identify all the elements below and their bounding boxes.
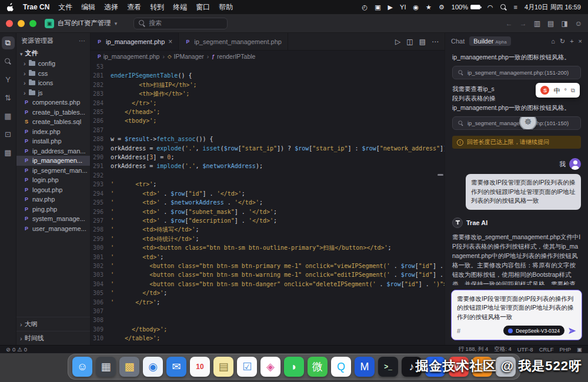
close-panel-icon[interactable]: × [579, 38, 582, 45]
menubar-app-name[interactable]: Trae CN [23, 3, 49, 11]
tree-folder[interactable]: icons [16, 78, 90, 88]
close-tab-icon[interactable]: × [168, 38, 172, 46]
problems-indicator[interactable]: ⊘0 ⚠0 [6, 346, 27, 353]
dock-wechat[interactable]: 微 [308, 357, 328, 377]
tree-file[interactable]: Pcomponents.php [16, 98, 90, 108]
tree-file[interactable]: Pinstall.php [16, 136, 90, 146]
translate-popup[interactable]: S 中 ° ⧉ [536, 83, 580, 98]
zoom-window-button[interactable] [29, 20, 36, 27]
account-icon[interactable]: ☺ [575, 19, 582, 28]
tree-file[interactable]: Plogin.php [16, 175, 90, 185]
wifi-icon[interactable]: ◠ [487, 4, 493, 11]
layout-icon[interactable]: ▣ [577, 346, 582, 353]
tree-file[interactable]: Puser_manageme... [16, 224, 90, 234]
copy-icon[interactable]: ⧉ [571, 86, 575, 95]
more-actions-icon[interactable]: ⋯ [432, 38, 439, 46]
tree-folder[interactable]: config [16, 59, 90, 69]
dock-messages[interactable]: ◗ [284, 357, 304, 377]
translate-logo-icon[interactable]: S [540, 86, 549, 95]
remote-icon[interactable]: ⇅ [2, 91, 15, 104]
dock-qq[interactable]: Q [331, 357, 351, 377]
breadcrumb-item[interactable]: Pip_management.php [98, 53, 159, 60]
dock-mail[interactable]: ✉ [166, 357, 186, 377]
toggle-panel-icon[interactable]: ▤ [419, 38, 426, 46]
context-hash-button[interactable]: # [457, 327, 460, 334]
send-button[interactable] [568, 327, 576, 335]
indent-setting[interactable]: 空格: 4 [494, 346, 512, 353]
tree-file[interactable]: Pip_segment_man... [16, 166, 90, 176]
degree-icon[interactable]: ° [564, 86, 566, 95]
dock-reminders[interactable]: ☑ [237, 357, 257, 377]
tab-builder[interactable]: BuilderAlpha [469, 36, 510, 46]
menubar-extra-icon[interactable]: YI [400, 4, 406, 11]
dock-finder[interactable]: ☺ [72, 357, 92, 377]
split-editor-icon[interactable]: ◫ [406, 38, 413, 46]
dock-terminal[interactable]: >_ [378, 357, 398, 377]
encoding[interactable]: UTF-8 [517, 346, 533, 353]
menubar-extra-icon[interactable]: ◴ [362, 4, 368, 11]
source-control-icon[interactable]: Y [2, 73, 15, 86]
menubar-extra-icon[interactable]: ▶ [388, 4, 393, 11]
chat-history[interactable]: ip_management.php一致的图标按钮风格。 ip_segment_m… [445, 49, 588, 285]
spotlight-icon[interactable] [500, 4, 507, 11]
menubar-menu-item[interactable]: 帮助 [219, 2, 233, 12]
global-search-box[interactable]: 搜索 [133, 18, 228, 29]
model-selector[interactable]: DeepSeek-V3-0324 [503, 326, 564, 336]
menubar-menu-item[interactable]: 编辑 [81, 2, 95, 12]
close-window-button[interactable] [6, 20, 13, 27]
language-button[interactable]: 中 [553, 86, 560, 95]
timeline-section-header[interactable]: 时间线 [16, 331, 90, 345]
menubar-clock[interactable]: 4月10日 周四 16:59 [524, 3, 581, 12]
tree-folder[interactable]: css [16, 69, 90, 79]
minimize-window-button[interactable] [18, 20, 25, 27]
layout-panel-icon[interactable]: ▤ [547, 19, 554, 28]
workspace-switcher[interactable]: ▣ 自写的IT资产管理 ▾ [45, 19, 117, 28]
editor-tab[interactable]: Pip_segment_management.php [179, 33, 288, 50]
tree-file[interactable]: Pnav.php [16, 195, 90, 205]
home-icon[interactable]: ⌂ [551, 38, 555, 45]
tree-file[interactable]: Screate_tables.sql [16, 117, 90, 127]
menubar-menu-item[interactable]: 窗口 [196, 2, 210, 12]
language-mode[interactable]: PHP [559, 346, 571, 353]
new-chat-icon[interactable]: + [570, 38, 573, 45]
dock-notes[interactable]: ▤ [213, 357, 233, 377]
tree-file[interactable]: Pindex.php [16, 127, 90, 137]
chat-icon[interactable]: ⊡ [2, 128, 15, 140]
dock-calendar[interactable]: 10 [190, 357, 210, 377]
dock-launchpad[interactable]: ▦ [96, 357, 116, 377]
extensions-icon[interactable]: ▦ [2, 109, 15, 122]
tree-file[interactable]: Psystem_manage... [16, 214, 90, 224]
outline-section-header[interactable]: 大纲 [16, 317, 90, 331]
tree-folder[interactable]: js [16, 88, 90, 98]
chat-input-box[interactable]: 需要修改IP段管理页面的IP段列表的操作列的按钮跟IP地址管理页面的IP地址列表… [451, 290, 582, 341]
editor-tab[interactable]: Pip_management.php× [91, 33, 179, 50]
tree-file[interactable]: Pcreate_ip_tables... [16, 108, 90, 118]
explorer-icon[interactable]: ⧉ [2, 36, 15, 49]
tree-file[interactable]: Pping.php [16, 205, 90, 215]
dock-photos[interactable]: ◈ [260, 357, 280, 377]
code-reference-chip[interactable]: ip_segment_management.php:(101-150) ☸ [452, 116, 581, 130]
menubar-menu-item[interactable]: 转到 [150, 2, 164, 12]
explorer-more-icon[interactable]: ⋯ [79, 37, 85, 45]
code-editor[interactable]: 53281enderIPSegmentTable() {282 <th>扫描IP… [91, 62, 445, 345]
history-icon[interactable]: ↻ [560, 38, 565, 45]
layout-sidebar-icon[interactable]: ▥ [534, 19, 540, 28]
menubar-menu-item[interactable]: 终端 [173, 2, 187, 12]
menubar-extra-icon[interactable]: ◉ [413, 4, 419, 11]
cursor-position[interactable]: 行 188, 列 4 [458, 346, 488, 353]
breadcrumb-item[interactable]: ƒrenderIPTable [212, 53, 255, 60]
control-center-icon[interactable]: ≡ [514, 4, 517, 11]
menubar-extra-icon[interactable]: ▣ [375, 4, 380, 11]
battery-indicator[interactable]: 100% [452, 4, 480, 11]
chat-input-text[interactable]: 需要修改IP段管理页面的IP段列表的操作列的按钮跟IP地址管理页面的IP地址列表… [457, 294, 576, 322]
menubar-menu-item[interactable]: 查看 [127, 2, 141, 12]
tree-file[interactable]: Pip_address_man... [16, 146, 90, 156]
dock-safari[interactable]: ◉ [143, 357, 163, 377]
apple-logo-icon[interactable] [7, 3, 14, 11]
tab-chat[interactable]: Chat [451, 38, 465, 45]
search-icon[interactable] [2, 55, 15, 68]
eol-setting[interactable]: CRLF [539, 346, 554, 353]
apps-icon[interactable]: ▩ [2, 146, 15, 159]
menubar-extra-icon[interactable]: ★ [426, 4, 432, 11]
forward-icon[interactable]: → [520, 19, 527, 28]
